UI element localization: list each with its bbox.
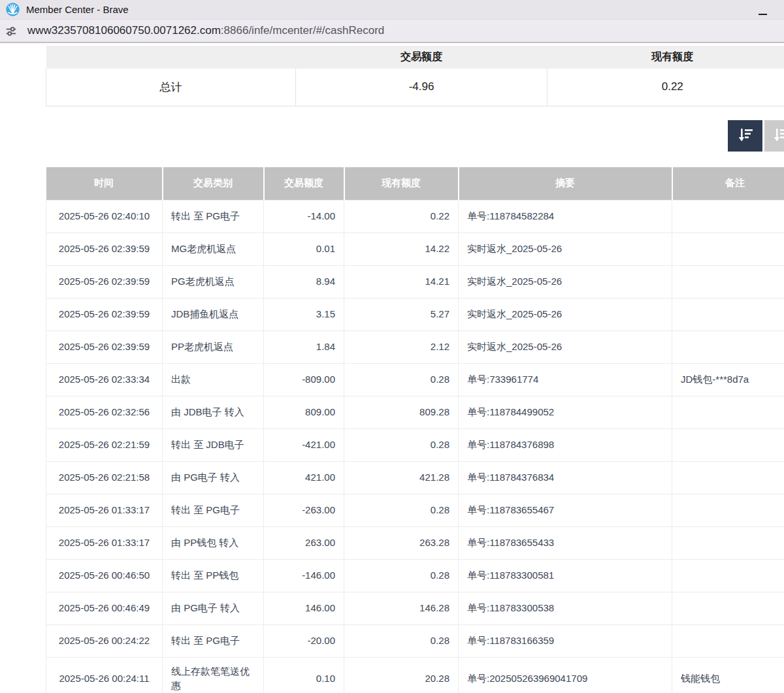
table-row: 2025-05-26 00:46:49 由 PG电子 转入 146.00 146… bbox=[46, 592, 784, 624]
url-path: :8866/infe/mcenter/#/cashRecord bbox=[221, 24, 384, 37]
table-row: 2025-05-26 02:21:58 由 PG电子 转入 421.00 421… bbox=[46, 461, 784, 494]
cell-current-amount: 14.21 bbox=[344, 265, 459, 298]
cell-current-amount: 0.28 bbox=[344, 559, 459, 592]
cell-time: 2025-05-26 02:39:59 bbox=[46, 330, 163, 363]
url-text[interactable]: www3235708106060750.0071262.com:8866/inf… bbox=[27, 20, 384, 42]
cell-summary: 单号:118784499052 bbox=[459, 396, 672, 428]
table-row: 2025-05-26 02:39:59 PP老虎机返点 1.84 2.12 实时… bbox=[46, 330, 784, 363]
cell-time: 2025-05-26 02:33:34 bbox=[46, 363, 163, 396]
cell-transaction-type: 转出 至 PG电子 bbox=[163, 200, 264, 233]
table-row: 2025-05-26 00:46:50 转出 至 PP钱包 -146.00 0.… bbox=[46, 559, 784, 592]
window-titlebar: Member Center - Brave bbox=[0, 0, 784, 20]
cell-transaction-amount: 809.00 bbox=[264, 396, 344, 428]
cell-current-amount: 0.28 bbox=[344, 624, 459, 657]
cell-transaction-type: 转出 至 JDB电子 bbox=[163, 428, 264, 461]
cell-transaction-amount: -20.00 bbox=[264, 624, 344, 657]
table-row: 2025-05-26 02:21:59 转出 至 JDB电子 -421.00 0… bbox=[46, 428, 784, 461]
header-transaction-amount: 交易额度 bbox=[264, 167, 344, 200]
cell-current-amount: 263.28 bbox=[344, 526, 459, 559]
cell-current-amount: 146.28 bbox=[344, 592, 459, 624]
cell-transaction-type: 转出 至 PG电子 bbox=[163, 494, 264, 526]
cell-transaction-amount: -263.00 bbox=[264, 494, 344, 526]
cell-transaction-amount: 263.00 bbox=[264, 526, 344, 559]
cell-transaction-amount: -146.00 bbox=[264, 559, 344, 592]
cell-remark bbox=[672, 624, 784, 657]
cell-transaction-type: 线上存款笔笔送优惠 bbox=[163, 657, 264, 693]
address-bar[interactable]: www3235708106060750.0071262.com:8866/inf… bbox=[0, 20, 784, 43]
summary-header-row: 交易额度 现有额度 bbox=[46, 46, 784, 69]
cell-remark bbox=[672, 526, 784, 559]
cell-current-amount: 20.28 bbox=[344, 657, 459, 693]
url-domain: www3235708106060750.0071262.com bbox=[27, 24, 221, 37]
cell-summary: 单号:118783655467 bbox=[459, 494, 672, 526]
sort-descending-button[interactable] bbox=[728, 120, 762, 152]
cell-time: 2025-05-26 02:40:10 bbox=[46, 200, 163, 233]
cell-summary: 实时返水_2025-05-26 bbox=[459, 298, 672, 330]
cell-transaction-type: 转出 至 PP钱包 bbox=[163, 559, 264, 592]
minimize-button[interactable] bbox=[750, 0, 775, 19]
total-current-amount: 0.22 bbox=[547, 69, 784, 106]
header-current-amount: 现有额度 bbox=[344, 167, 459, 200]
cell-remark bbox=[672, 461, 784, 494]
table-row: 2025-05-26 01:33:17 转出 至 PG电子 -263.00 0.… bbox=[46, 494, 784, 526]
cell-time: 2025-05-26 01:33:17 bbox=[46, 526, 163, 559]
sort-lines-descending-icon bbox=[772, 127, 784, 146]
cell-summary: 实时返水_2025-05-26 bbox=[459, 330, 672, 363]
cell-remark bbox=[672, 494, 784, 526]
cell-current-amount: 421.28 bbox=[344, 461, 459, 494]
cell-summary: 单号:202505263969041709 bbox=[459, 657, 672, 693]
cell-time: 2025-05-26 02:21:59 bbox=[46, 428, 163, 461]
cell-transaction-amount: 0.01 bbox=[264, 233, 344, 265]
cell-summary: 单号:118784376834 bbox=[459, 461, 672, 494]
summary-total-row: 总计 -4.96 0.22 bbox=[46, 69, 784, 106]
cell-transaction-amount: 421.00 bbox=[264, 461, 344, 494]
table-row: 2025-05-26 02:39:59 PG老虎机返点 8.94 14.21 实… bbox=[46, 265, 784, 298]
cell-time: 2025-05-26 00:46:49 bbox=[46, 592, 163, 624]
cash-record-page: 交易额度 现有额度 总计 -4.96 0.22 bbox=[0, 43, 784, 692]
cell-current-amount: 0.28 bbox=[344, 428, 459, 461]
table-row: 2025-05-26 02:33:34 出款 -809.00 0.28 单号:7… bbox=[46, 363, 784, 396]
cell-transaction-type: MG老虎机返点 bbox=[163, 233, 264, 265]
lotus-favicon-icon bbox=[6, 3, 20, 16]
cell-remark: 钱能钱包 bbox=[672, 657, 784, 693]
cell-transaction-type: PP老虎机返点 bbox=[163, 330, 264, 363]
tune-icon[interactable] bbox=[5, 25, 17, 37]
cell-time: 2025-05-26 02:39:59 bbox=[46, 265, 163, 298]
cell-time: 2025-05-26 02:39:59 bbox=[46, 298, 163, 330]
sort-ascending-button[interactable] bbox=[764, 120, 784, 152]
cell-transaction-type: 由 PG电子 转入 bbox=[163, 592, 264, 624]
cell-transaction-amount: 1.84 bbox=[264, 330, 344, 363]
cell-summary: 单号:118784376898 bbox=[459, 428, 672, 461]
cell-summary: 单号:118783300538 bbox=[459, 592, 672, 624]
cell-transaction-amount: 8.94 bbox=[264, 265, 344, 298]
cell-transaction-type: 由 PP钱包 转入 bbox=[163, 526, 264, 559]
cell-transaction-amount: -809.00 bbox=[264, 363, 344, 396]
summary-header-transaction-amount: 交易额度 bbox=[296, 46, 547, 69]
summary-table: 交易额度 现有额度 总计 -4.96 0.22 bbox=[46, 46, 784, 106]
cell-time: 2025-05-26 01:33:17 bbox=[46, 494, 163, 526]
cell-summary: 单号:118784582284 bbox=[459, 200, 672, 233]
table-row: 2025-05-26 02:40:10 转出 至 PG电子 -14.00 0.2… bbox=[46, 200, 784, 233]
cell-transaction-amount: 3.15 bbox=[264, 298, 344, 330]
cell-current-amount: 14.22 bbox=[344, 233, 459, 265]
table-row: 2025-05-26 01:33:17 由 PP钱包 转入 263.00 263… bbox=[46, 526, 784, 559]
cell-time: 2025-05-26 02:21:58 bbox=[46, 461, 163, 494]
cell-remark bbox=[672, 559, 784, 592]
sort-toolbar bbox=[728, 120, 784, 152]
cell-remark bbox=[672, 298, 784, 330]
cell-summary: 单号:118783166359 bbox=[459, 624, 672, 657]
cell-transaction-type: PG老虎机返点 bbox=[163, 265, 264, 298]
cell-current-amount: 0.22 bbox=[344, 200, 459, 233]
cell-transaction-type: 由 PG电子 转入 bbox=[163, 461, 264, 494]
cash-records-table: 时间 交易类别 交易额度 现有额度 摘要 备注 2025-05-26 02:40… bbox=[46, 167, 784, 693]
header-transaction-type: 交易类别 bbox=[163, 167, 264, 200]
header-remark: 备注 bbox=[672, 167, 784, 200]
total-label: 总计 bbox=[46, 69, 296, 106]
summary-header-empty bbox=[46, 46, 296, 69]
cell-transaction-type: 转出 至 PG电子 bbox=[163, 624, 264, 657]
cell-remark bbox=[672, 233, 784, 265]
cell-transaction-amount: -421.00 bbox=[264, 428, 344, 461]
cell-transaction-type: JDB捕鱼机返点 bbox=[163, 298, 264, 330]
cell-transaction-amount: 0.10 bbox=[264, 657, 344, 693]
cell-remark: JD钱包-***8d7a bbox=[672, 363, 784, 396]
